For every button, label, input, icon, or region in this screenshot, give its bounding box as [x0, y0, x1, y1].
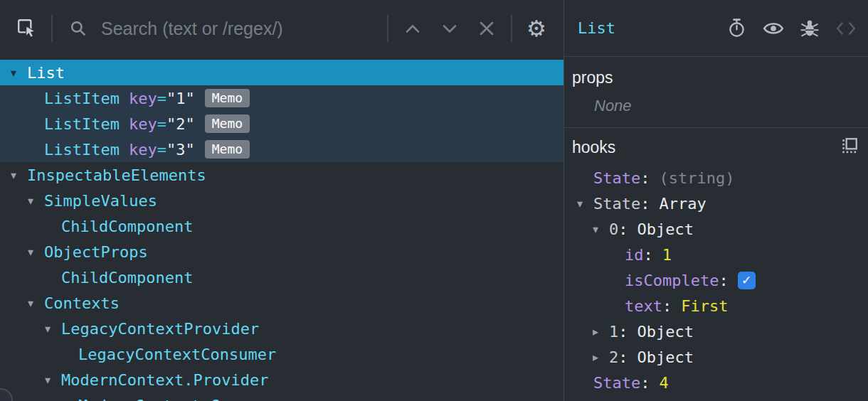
component-tree: ▾ListListItemkey="1"MemoListItemkey="2"M… — [0, 57, 563, 401]
expand-arrow-icon[interactable]: ▾ — [44, 322, 61, 336]
settings-button[interactable]: ⚙ — [518, 10, 555, 47]
hook-colon: : — [618, 323, 628, 341]
hook-name: State — [593, 374, 640, 392]
hook-row: text:First — [564, 293, 868, 319]
previous-result-button[interactable] — [394, 10, 431, 47]
search-box — [58, 18, 381, 40]
hook-name: 1 — [609, 323, 618, 341]
component-name: ChildComponent — [61, 269, 193, 287]
component-name: ModernContext.Consumer — [78, 397, 285, 401]
inspect-element-button[interactable] — [9, 10, 46, 47]
inspected-component-title: List — [578, 19, 615, 37]
tree-row[interactable]: LegacyContextConsumer — [0, 341, 563, 367]
expand-arrow-icon[interactable]: ▾ — [27, 245, 44, 259]
hooks-section: hooks State:(string)▾State:Array▾0:Objec… — [564, 128, 868, 401]
expand-arrow-icon[interactable]: ▸ — [593, 325, 609, 338]
expand-arrow-icon[interactable]: ▾ — [593, 223, 609, 236]
hook-name: State — [593, 169, 640, 187]
component-name: ObjectProps — [44, 243, 148, 261]
hook-name: 0 — [609, 220, 618, 238]
hook-name: id — [625, 246, 644, 264]
hook-name: 2 — [609, 348, 618, 366]
key-attr-value: "3" — [166, 141, 195, 159]
hook-value[interactable]: 4 — [659, 374, 668, 392]
hook-value: Array — [659, 195, 706, 213]
clear-search-button[interactable] — [468, 10, 505, 47]
tree-row[interactable]: ChildComponent — [0, 264, 563, 290]
hook-colon: : — [719, 272, 728, 289]
component-name: SimpleValues — [44, 192, 157, 210]
toolbar-divider — [51, 15, 53, 42]
tree-row[interactable]: ▾SimpleValues — [0, 188, 563, 213]
hook-row: ▸2:Object — [564, 344, 868, 370]
suspense-toggle-button[interactable] — [727, 18, 746, 38]
props-section: props None — [564, 57, 868, 128]
react-devtools-window: ⚙ ▾ListListItemkey="1"MemoListItemkey="2… — [0, 0, 868, 401]
hook-colon: : — [618, 220, 628, 238]
tree-row[interactable]: ▾Contexts — [0, 290, 563, 316]
inspect-element-icon — [16, 18, 38, 39]
tree-row[interactable]: ModernContext.Consumer — [0, 392, 563, 401]
tree-row[interactable]: ▾List — [0, 60, 563, 85]
hook-value[interactable]: 1 — [662, 246, 672, 264]
checkbox-checked[interactable]: ✓ — [738, 272, 756, 289]
component-name: LegacyContextConsumer — [78, 346, 276, 363]
toolbar-divider — [387, 15, 388, 42]
expand-arrow-icon[interactable]: ▾ — [10, 66, 27, 80]
tree-row[interactable]: ▾InspectableElements — [0, 162, 563, 188]
view-source-button[interactable] — [835, 21, 857, 36]
close-icon — [479, 21, 494, 36]
component-name: LegacyContextProvider — [61, 320, 259, 338]
tree-row[interactable]: ListItemkey="2"Memo — [0, 111, 563, 137]
tree-row[interactable]: ▾ObjectProps — [0, 239, 563, 264]
hook-row: isComplete:✓ — [564, 267, 868, 293]
log-to-console-button[interactable] — [800, 18, 819, 38]
inspect-dom-button[interactable] — [763, 20, 784, 37]
chevron-up-icon — [404, 23, 421, 34]
hook-colon: : — [640, 374, 650, 392]
stopwatch-icon — [727, 18, 746, 38]
memo-badge: Memo — [205, 89, 250, 108]
inspected-element-panel: List — [564, 0, 868, 401]
tree-row[interactable]: ▾LegacyContextProvider — [0, 316, 563, 341]
hook-value: (string) — [659, 169, 734, 187]
key-attr-name: key — [129, 115, 157, 133]
expand-arrow-icon[interactable]: ▾ — [10, 169, 27, 182]
hook-colon: : — [644, 246, 653, 264]
tree-row[interactable]: ListItemkey="1"Memo — [0, 85, 563, 111]
tree-row[interactable]: ▾ModernContext.Provider — [0, 367, 563, 392]
hooks-tree: State:(string)▾State:Array▾0:Objectid:1i… — [564, 165, 868, 401]
hook-colon: : — [618, 348, 628, 366]
component-name: ModernContext.Provider — [61, 371, 268, 389]
next-result-button[interactable] — [431, 10, 468, 47]
components-tree-panel: ⚙ ▾ListListItemkey="1"MemoListItemkey="2… — [0, 0, 564, 401]
key-attr-equals: = — [157, 90, 166, 107]
component-name: ListItem — [44, 141, 120, 159]
hook-row: ▾State:Array — [564, 191, 868, 216]
expand-arrow-icon[interactable]: ▾ — [27, 296, 44, 310]
component-name: ListItem — [44, 90, 120, 107]
parse-hook-names-button[interactable] — [840, 137, 859, 155]
header-icon-group — [727, 18, 857, 38]
hook-value[interactable]: First — [681, 297, 728, 315]
tree-row[interactable]: ListItemkey="3"Memo — [0, 137, 563, 162]
key-attr-value: "2" — [166, 115, 195, 133]
expand-arrow-icon[interactable]: ▾ — [577, 197, 593, 210]
expand-arrow-icon[interactable]: ▾ — [44, 373, 61, 387]
expand-arrow-icon[interactable]: ▸ — [593, 351, 609, 364]
component-name: InspectableElements — [27, 166, 206, 184]
tree-row[interactable]: ChildComponent — [0, 213, 563, 239]
memo-badge: Memo — [205, 114, 250, 134]
hook-row: State:(string) — [564, 165, 868, 191]
inspected-element-header: List — [564, 0, 868, 57]
expand-arrow-icon[interactable]: ▾ — [27, 194, 44, 208]
hook-colon: : — [640, 169, 650, 187]
component-name: ListItem — [44, 115, 120, 133]
component-name: ChildComponent — [61, 218, 193, 235]
hook-name: text — [625, 297, 662, 315]
chevron-down-icon — [441, 23, 458, 34]
tree-toolbar: ⚙ — [0, 0, 563, 57]
hook-row: State:4 — [564, 370, 868, 395]
hook-value: Object — [637, 323, 694, 341]
search-input[interactable] — [100, 18, 381, 40]
